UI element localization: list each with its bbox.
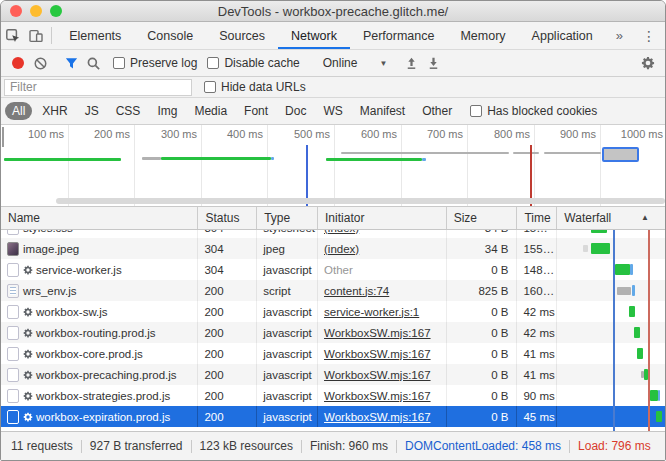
hide-data-urls-checkbox[interactable]: [204, 81, 216, 93]
column-header-status[interactable]: Status: [198, 207, 257, 229]
table-row[interactable]: workbox-expiration.prod.js200javascriptW…: [1, 406, 665, 427]
table-row[interactable]: styles.css304stylesheet(index)34 B15…: [1, 230, 665, 238]
cell-status: 304: [198, 238, 257, 259]
cell-type: javascript: [257, 343, 318, 364]
tab-sources[interactable]: Sources: [206, 22, 278, 49]
cell-time: 155…: [517, 238, 557, 259]
network-overview-timeline[interactable]: 100 ms200 ms300 ms400 ms500 ms600 ms700 …: [1, 125, 665, 207]
table-row[interactable]: wrs_env.js200scriptcontent.js:74825 B160…: [1, 280, 665, 301]
image-thumbnail-icon: [7, 242, 19, 256]
service-worker-gear-icon: [23, 412, 33, 422]
initiator-link[interactable]: content.js:74: [324, 285, 389, 297]
tab-memory[interactable]: Memory: [447, 22, 518, 49]
overview-request-bar: [161, 157, 271, 160]
type-filter-js[interactable]: JS: [78, 102, 106, 120]
filter-funnel-icon[interactable]: [60, 52, 82, 74]
type-filter-font[interactable]: Font: [237, 102, 275, 120]
type-filter-manifest[interactable]: Manifest: [353, 102, 412, 120]
status-bar: 11 requests927 B transferred123 kB resou…: [1, 431, 665, 460]
type-filter-media[interactable]: Media: [187, 102, 234, 120]
cell-type: javascript: [257, 322, 318, 343]
has-blocked-cookies-checkbox[interactable]: [470, 105, 482, 117]
overview-request-bar: [4, 158, 121, 161]
initiator-link[interactable]: WorkboxSW.mjs:167: [324, 369, 431, 381]
overview-request-bar: [422, 158, 426, 161]
cell-status: 200: [198, 322, 257, 343]
column-header-size[interactable]: Size: [447, 207, 518, 229]
tab-network[interactable]: Network: [278, 22, 350, 49]
more-options-kebab-icon[interactable]: ⋮: [633, 22, 665, 49]
waterfall-bar: [644, 369, 648, 380]
type-filter-all[interactable]: All: [5, 102, 32, 120]
timeline-tick-label: 600 ms: [335, 128, 397, 140]
initiator-link[interactable]: WorkboxSW.mjs:167: [324, 327, 431, 339]
waterfall-bar: [637, 348, 643, 359]
record-button[interactable]: [7, 52, 29, 74]
table-row[interactable]: image.jpeg304jpeg(index)34 B155…: [1, 238, 665, 259]
table-row[interactable]: workbox-strategies.prod.js200javascriptW…: [1, 385, 665, 406]
column-header-time[interactable]: Time: [517, 207, 557, 229]
chevron-down-icon: ▼: [379, 59, 387, 68]
tab-application[interactable]: Application: [519, 22, 606, 49]
overview-scrollbar[interactable]: [56, 198, 665, 204]
cell-waterfall: [557, 301, 665, 322]
table-row[interactable]: service-worker.js304javascriptOther0 B14…: [1, 259, 665, 280]
type-filter-img[interactable]: Img: [150, 102, 184, 120]
inspect-element-icon[interactable]: [1, 22, 24, 49]
service-worker-gear-icon: [23, 307, 33, 317]
settings-gear-icon[interactable]: [637, 52, 659, 74]
initiator-link[interactable]: WorkboxSW.mjs:167: [324, 348, 431, 360]
throttling-select[interactable]: Online ▼: [319, 56, 392, 70]
panel-tabbar: ElementsConsoleSourcesNetworkPerformance…: [1, 22, 665, 50]
column-header-type[interactable]: Type: [257, 207, 318, 229]
tab-performance[interactable]: Performance: [350, 22, 448, 49]
type-filter-other[interactable]: Other: [415, 102, 459, 120]
type-filter-doc[interactable]: Doc: [278, 102, 313, 120]
column-header-waterfall[interactable]: Waterfall▲: [557, 207, 665, 229]
service-worker-gear-icon: [23, 349, 33, 359]
filter-input[interactable]: [4, 79, 192, 96]
search-icon[interactable]: [82, 52, 104, 74]
column-header-name[interactable]: Name: [1, 207, 198, 229]
file-icon: [7, 410, 19, 424]
type-filter-ws[interactable]: WS: [316, 102, 349, 120]
device-toolbar-icon[interactable]: [24, 22, 47, 49]
tab-console[interactable]: Console: [134, 22, 206, 49]
overview-selection-box[interactable]: [602, 147, 639, 162]
cell-name: service-worker.js: [1, 259, 198, 280]
cell-waterfall: [557, 280, 665, 301]
disable-cache-checkbox[interactable]: [207, 57, 219, 69]
initiator-link[interactable]: (index): [324, 230, 359, 234]
cell-type: javascript: [257, 259, 318, 280]
table-row[interactable]: workbox-routing.prod.js200javascriptWork…: [1, 322, 665, 343]
divider: [569, 440, 570, 453]
clear-button[interactable]: [29, 52, 51, 74]
column-header-initiator[interactable]: Initiator: [318, 207, 447, 229]
sort-ascending-icon: ▲: [641, 213, 649, 222]
preserve-log-checkbox[interactable]: [113, 57, 125, 69]
file-icon: [7, 368, 19, 382]
overview-request-bar: [544, 152, 601, 154]
initiator-link[interactable]: WorkboxSW.mjs:167: [324, 411, 431, 423]
type-filter-css[interactable]: CSS: [109, 102, 148, 120]
initiator-link[interactable]: service-worker.js:1: [324, 306, 419, 318]
cell-status: 304: [198, 230, 257, 238]
request-name: workbox-precaching.prod.js: [36, 369, 177, 381]
cell-name: workbox-precaching.prod.js: [1, 364, 198, 385]
initiator-link[interactable]: (index): [324, 243, 359, 255]
file-icon: [7, 326, 19, 340]
more-tabs-icon[interactable]: »: [606, 22, 633, 49]
cell-time: 160…: [517, 280, 557, 301]
cell-name: image.jpeg: [1, 238, 198, 259]
cell-status: 200: [198, 280, 257, 301]
table-row[interactable]: workbox-precaching.prod.js200javascriptW…: [1, 364, 665, 385]
import-har-icon[interactable]: [400, 52, 422, 74]
initiator-link[interactable]: WorkboxSW.mjs:167: [324, 390, 431, 402]
export-har-icon[interactable]: [422, 52, 444, 74]
table-row[interactable]: workbox-core.prod.js200javascriptWorkbox…: [1, 343, 665, 364]
table-row[interactable]: workbox-sw.js200javascriptservice-worker…: [1, 301, 665, 322]
throttling-value: Online: [323, 56, 358, 70]
cell-name: workbox-strategies.prod.js: [1, 385, 198, 406]
tab-elements[interactable]: Elements: [56, 22, 134, 49]
type-filter-xhr[interactable]: XHR: [35, 102, 74, 120]
